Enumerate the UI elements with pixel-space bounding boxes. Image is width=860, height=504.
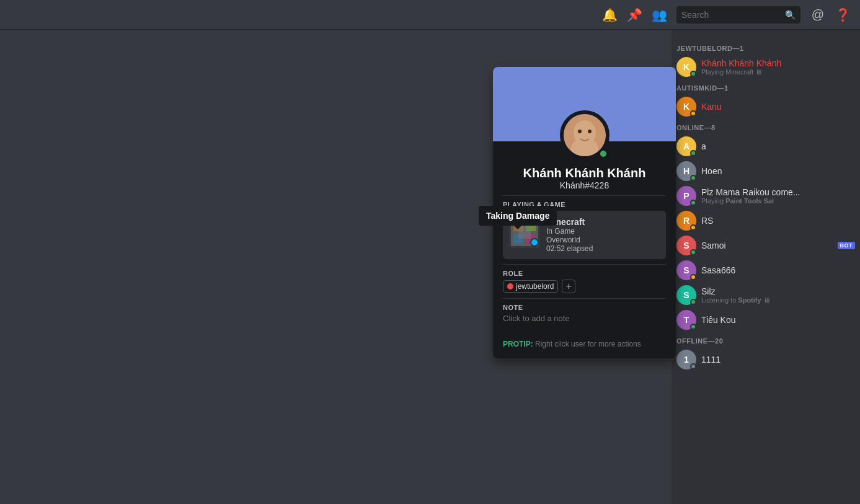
avatar-wrapper: R bbox=[676, 211, 696, 231]
profile-username: Khánh Khánh Khánh bbox=[503, 166, 666, 180]
member-info: Kanu bbox=[701, 102, 855, 112]
profile-status-online-dot bbox=[598, 149, 608, 159]
add-role-button[interactable]: + bbox=[562, 280, 575, 293]
member-info: 1111 bbox=[701, 355, 855, 365]
protip-text: Right click user for more actions bbox=[535, 340, 641, 348]
pin-icon[interactable]: 📌 bbox=[627, 7, 642, 22]
right-sidebar: JEWTUBELORD—1KKhánh Khánh KhánhPlaying M… bbox=[672, 30, 860, 504]
search-bar[interactable]: 🔍 bbox=[676, 6, 800, 24]
member-name: Silz bbox=[701, 286, 855, 296]
sidebar-section-jewtubelord: JEWTUBELORD—1 bbox=[672, 40, 860, 55]
member-name: RS bbox=[701, 216, 855, 226]
member-item[interactable]: KKhánh Khánh KhánhPlaying Minecraft 🖥 bbox=[672, 55, 860, 79]
member-activity: Playing Paint Tools Sai bbox=[701, 197, 855, 205]
avatar-wrapper: 1 bbox=[676, 350, 696, 369]
sidebar-section-offline: OFFLINE—20 bbox=[672, 332, 860, 347]
profile-divider-2 bbox=[503, 264, 666, 265]
role-tag: jewtubelord bbox=[503, 280, 558, 293]
playing-section-label: PLAYING A GAME bbox=[503, 201, 666, 208]
status-dot bbox=[690, 324, 696, 330]
profile-divider-3 bbox=[503, 298, 666, 299]
game-name: Minecraft bbox=[546, 217, 660, 227]
member-name: Khánh Khánh Khánh bbox=[701, 58, 855, 68]
profile-popup: Khánh Khánh Khánh Khánh#4228 PLAYING A G… bbox=[493, 67, 676, 358]
game-details: Minecraft In Game Overworld 02:52 elapse… bbox=[546, 217, 660, 253]
avatar-wrapper: S bbox=[676, 285, 696, 305]
member-item[interactable]: 11111 bbox=[672, 347, 860, 372]
members-icon[interactable]: 👥 bbox=[652, 7, 667, 22]
member-item[interactable]: HHoen bbox=[672, 159, 860, 183]
member-item[interactable]: Aa bbox=[672, 134, 860, 159]
profile-discriminator: Khánh#4228 bbox=[503, 180, 666, 190]
member-info: Tiêu Kou bbox=[701, 315, 855, 325]
profile-banner bbox=[493, 67, 676, 141]
search-icon: 🔍 bbox=[785, 10, 796, 20]
status-dot bbox=[690, 200, 696, 206]
status-dot bbox=[690, 274, 696, 280]
member-activity: Listening to Spotify 🖥 bbox=[701, 296, 855, 304]
help-icon[interactable]: ❓ bbox=[835, 7, 850, 22]
status-dot bbox=[690, 150, 696, 156]
member-item[interactable]: SSamoiBOT bbox=[672, 233, 860, 258]
bot-badge: BOT bbox=[838, 242, 856, 249]
svg-rect-10 bbox=[518, 226, 531, 239]
member-info: Khánh Khánh KhánhPlaying Minecraft 🖥 bbox=[701, 58, 855, 76]
status-dot bbox=[690, 175, 696, 181]
profile-divider-1 bbox=[503, 195, 666, 196]
member-item[interactable]: PPlz Mama Raikou come...Playing Paint To… bbox=[672, 183, 860, 208]
member-info: Samoi bbox=[701, 241, 833, 250]
role-section-label: ROLE bbox=[503, 270, 666, 277]
avatar-wrapper: K bbox=[676, 57, 696, 77]
sidebar-section-online: ONLINE—8 bbox=[672, 119, 860, 134]
member-name: 1111 bbox=[701, 355, 855, 365]
profile-body: Khánh Khánh Khánh Khánh#4228 PLAYING A G… bbox=[493, 141, 676, 358]
avatar-wrapper: S bbox=[676, 260, 696, 280]
game-state-1: In Game bbox=[546, 227, 660, 236]
bell-icon[interactable]: 🔔 bbox=[602, 7, 617, 22]
member-item[interactable]: RRS bbox=[672, 208, 860, 233]
status-dot bbox=[690, 110, 696, 117]
note-textarea[interactable] bbox=[503, 314, 666, 332]
svg-point-4 bbox=[588, 130, 592, 133]
at-icon[interactable]: @ bbox=[810, 7, 825, 22]
note-section-label: NOTE bbox=[503, 304, 666, 311]
member-item[interactable]: SSasa666 bbox=[672, 258, 860, 283]
avatar-wrapper: T bbox=[676, 310, 696, 330]
topbar: 🔔 📌 👥 🔍 @ ❓ bbox=[0, 0, 860, 30]
member-item[interactable]: TTiêu Kou bbox=[672, 307, 860, 332]
member-item[interactable]: KKanu bbox=[672, 94, 860, 119]
game-jewel bbox=[530, 238, 539, 247]
member-info: RS bbox=[701, 216, 855, 226]
game-elapsed: 02:52 elapsed bbox=[546, 244, 660, 253]
search-input[interactable] bbox=[681, 10, 781, 20]
member-info: Sasa666 bbox=[701, 265, 855, 275]
avatar-wrapper: S bbox=[676, 236, 696, 255]
svg-point-3 bbox=[578, 130, 582, 133]
avatar-wrapper: A bbox=[676, 136, 696, 156]
member-activity: Playing Minecraft 🖥 bbox=[701, 68, 855, 76]
member-info: SilzListening to Spotify 🖥 bbox=[701, 286, 855, 304]
member-name: Samoi bbox=[701, 241, 833, 250]
role-container: jewtubelord + bbox=[503, 280, 666, 293]
game-icon bbox=[509, 217, 540, 248]
status-dot bbox=[690, 71, 696, 77]
status-dot bbox=[690, 299, 696, 305]
status-dot bbox=[690, 363, 696, 369]
sidebar-section-autismkid: AUTISMKID—1 bbox=[672, 79, 860, 94]
profile-game-activity: Minecraft In Game Overworld 02:52 elapse… bbox=[503, 211, 666, 259]
member-name: Tiêu Kou bbox=[701, 315, 855, 325]
member-item[interactable]: SSilzListening to Spotify 🖥 bbox=[672, 283, 860, 307]
protip: PROTIP: Right click user for more action… bbox=[503, 335, 666, 348]
role-name: jewtubelord bbox=[516, 282, 554, 291]
status-dot bbox=[690, 224, 696, 231]
avatar-wrapper: P bbox=[676, 186, 696, 206]
member-info: Plz Mama Raikou come...Playing Paint Too… bbox=[701, 187, 855, 205]
role-dot bbox=[507, 283, 513, 290]
member-name: a bbox=[701, 141, 855, 151]
member-info: a bbox=[701, 141, 855, 151]
member-name: Kanu bbox=[701, 102, 855, 112]
avatar-wrapper: H bbox=[676, 161, 696, 181]
member-name: Plz Mama Raikou come... bbox=[701, 187, 855, 197]
profile-avatar-wrapper bbox=[560, 110, 610, 160]
member-info: Hoen bbox=[701, 166, 855, 176]
